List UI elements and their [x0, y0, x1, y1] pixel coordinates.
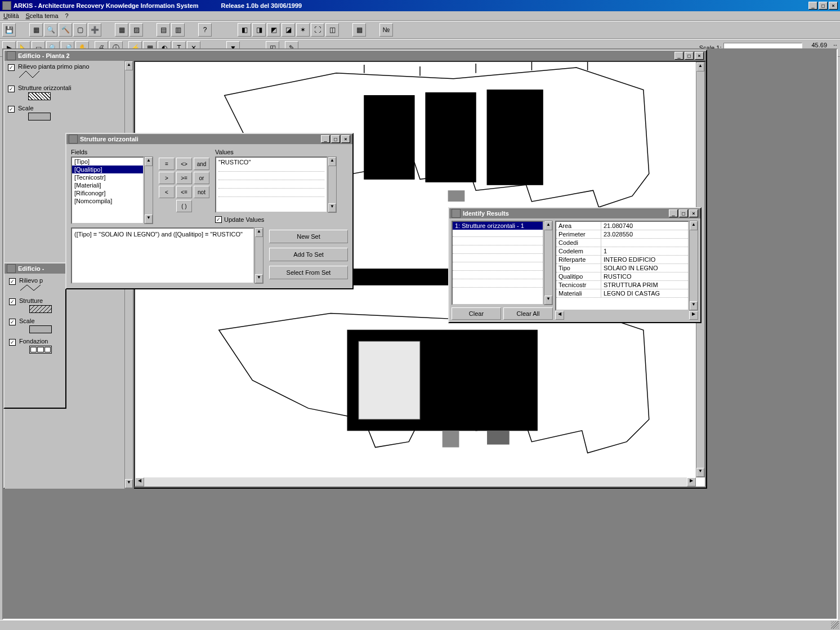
layer-item[interactable]: ✓ Scale: [5, 102, 133, 123]
op-eq-button[interactable]: =: [159, 158, 175, 170]
list-item[interactable]: [Rificonogr]: [72, 189, 143, 197]
clear-all-button[interactable]: Clear All: [503, 307, 553, 320]
list-item[interactable]: [Nomcompila]: [72, 197, 143, 205]
tool-calc-icon[interactable]: ▦: [29, 23, 43, 37]
resize-grip-icon[interactable]: [831, 621, 839, 629]
layer-checkbox[interactable]: ✓: [8, 106, 15, 113]
menu-scelta-tema[interactable]: Scelta tema: [26, 12, 59, 19]
layer-item[interactable]: ✓Fondazion: [6, 336, 64, 356]
tool-a3-icon[interactable]: ◩: [267, 23, 280, 37]
tool-grid2-icon[interactable]: ▨: [129, 23, 143, 37]
table-row: Area21.080740: [556, 222, 688, 230]
layer-item[interactable]: ✓ Strutture orizzontali: [5, 82, 133, 102]
update-values-checkbox[interactable]: ✓: [215, 216, 222, 223]
fields-listbox[interactable]: [Tipo] [Qualitipo] [Tecnicostr] [Materia…: [71, 157, 144, 224]
identify-props-vscroll[interactable]: ▲▼: [689, 221, 698, 311]
tool-a7-icon[interactable]: ◫: [325, 23, 339, 37]
maximize-button[interactable]: □: [819, 2, 828, 10]
map-hscroll[interactable]: ◀▶: [135, 477, 696, 486]
tool-a2-icon[interactable]: ◨: [252, 23, 266, 37]
mdi-workspace: Edificio - Pianta 2 _ □ × ✓ Rilievo pian…: [2, 48, 838, 620]
layer-item[interactable]: ✓Strutture: [6, 295, 64, 315]
child1-titlebar[interactable]: Edificio - Pianta 2 _ □ ×: [5, 51, 706, 61]
add-to-set-button[interactable]: Add To Set: [269, 248, 348, 261]
menu-utilita[interactable]: UUtilitàtilità: [3, 12, 19, 19]
menu-help[interactable]: ?: [65, 12, 69, 19]
layer-label: Strutture: [19, 297, 52, 304]
minimize-button[interactable]: _: [808, 2, 817, 10]
statusbar: [0, 620, 840, 630]
tool-info-icon[interactable]: ?: [198, 23, 212, 37]
tool-hammer-icon[interactable]: 🔨: [59, 23, 72, 37]
select-from-set-button[interactable]: Select From Set: [269, 266, 348, 279]
identify-list[interactable]: 1: Strutture orizzontali - 1: [452, 221, 544, 305]
tool-doc-icon[interactable]: ▢: [73, 23, 87, 37]
values-listbox[interactable]: "RUSTICO": [215, 157, 328, 213]
query-titlebar[interactable]: Strutture orizzontali _ □ ×: [66, 134, 352, 144]
fields-scrollbar[interactable]: ▲▼: [144, 157, 153, 224]
table-row: Perimeter23.028550: [556, 230, 688, 239]
layer-checkbox[interactable]: ✓: [8, 86, 15, 92]
layer-checkbox[interactable]: ✓: [8, 64, 15, 71]
list-item[interactable]: "RUSTICO": [218, 159, 324, 166]
tool-a5-icon[interactable]: ✶: [296, 23, 310, 37]
expr-scrollbar[interactable]: ▲▼: [254, 227, 263, 284]
layer-label: Scale: [18, 105, 51, 111]
op-and-button[interactable]: and: [194, 158, 209, 170]
layer-item[interactable]: ✓ Rilievo pianta primo piano: [5, 61, 133, 82]
op-lt-button[interactable]: <: [159, 186, 175, 198]
close-button[interactable]: ×: [829, 2, 838, 10]
op-paren-button[interactable]: ( ): [176, 200, 192, 212]
tool-plus-icon[interactable]: ➕: [88, 23, 101, 37]
svg-rect-14: [481, 341, 531, 419]
child1-max-button[interactable]: □: [685, 52, 694, 60]
tool-a1-icon[interactable]: ◧: [238, 23, 251, 37]
tool-a6-icon[interactable]: ⛶: [311, 23, 324, 37]
query-title: Strutture orizzontali: [80, 136, 138, 142]
tool-grid1-icon[interactable]: ▦: [115, 23, 128, 37]
child1-min-button[interactable]: _: [674, 52, 683, 60]
tool-a4-icon[interactable]: ◪: [282, 23, 295, 37]
clear-button[interactable]: Clear: [452, 307, 501, 320]
fields-label: Fields: [71, 149, 153, 155]
values-scrollbar[interactable]: ▲▼: [328, 157, 337, 213]
op-gt-button[interactable]: >: [159, 172, 175, 184]
identify-props-hscroll[interactable]: ◀▶: [555, 311, 698, 320]
op-ge-button[interactable]: >=: [176, 172, 192, 184]
menubar: UUtilitàtilità Scelta tema ?: [0, 11, 840, 21]
tool-layer2-icon[interactable]: ▥: [171, 23, 185, 37]
child1-close-button[interactable]: ×: [695, 52, 704, 60]
op-or-button[interactable]: or: [194, 172, 209, 184]
list-item[interactable]: [Tipo]: [72, 158, 143, 166]
tool-save-icon[interactable]: 💾: [2, 23, 16, 37]
list-item[interactable]: [Tecnicostr]: [72, 173, 143, 181]
op-not-button[interactable]: not: [194, 186, 209, 198]
identify-max-button[interactable]: □: [679, 209, 688, 217]
list-item[interactable]: [Qualitipo]: [72, 166, 143, 173]
identify-min-button[interactable]: _: [669, 209, 678, 217]
identify-titlebar[interactable]: Identify Results _ □ ×: [449, 208, 700, 218]
list-item[interactable]: 1: Strutture orizzontali - 1: [453, 222, 543, 230]
app-icon: [2, 1, 11, 10]
identify-list-scrollbar[interactable]: ▲▼: [544, 221, 553, 305]
tool-find-icon[interactable]: 🔍: [44, 23, 57, 37]
op-ne-button[interactable]: <>: [176, 158, 192, 170]
list-item[interactable]: [Materiali]: [72, 181, 143, 189]
layer-item[interactable]: ✓Scale: [6, 315, 64, 336]
child2-titlebar[interactable]: Edificio -: [5, 263, 65, 274]
new-set-button[interactable]: New Set: [269, 230, 348, 243]
tool-help-icon[interactable]: №: [379, 23, 393, 37]
query-min-button[interactable]: _: [321, 135, 330, 143]
op-le-button[interactable]: <=: [176, 186, 192, 198]
svg-rect-8: [448, 190, 465, 202]
tool-b1-icon[interactable]: ▦: [352, 23, 366, 37]
query-close-button[interactable]: ×: [341, 135, 350, 143]
identify-close-button[interactable]: ×: [689, 209, 698, 217]
child2-title: Edificio -: [18, 265, 44, 272]
layer-label: Scale: [19, 318, 52, 324]
tool-layer1-icon[interactable]: ▤: [157, 23, 170, 37]
layer-item[interactable]: ✓Rilievo p: [6, 275, 64, 295]
expression-box[interactable]: ([Tipo] = "SOLAIO IN LEGNO") and ([Quali…: [71, 227, 254, 284]
query-max-button[interactable]: □: [331, 135, 340, 143]
table-row: MaterialiLEGNO DI CASTAG: [556, 289, 688, 298]
